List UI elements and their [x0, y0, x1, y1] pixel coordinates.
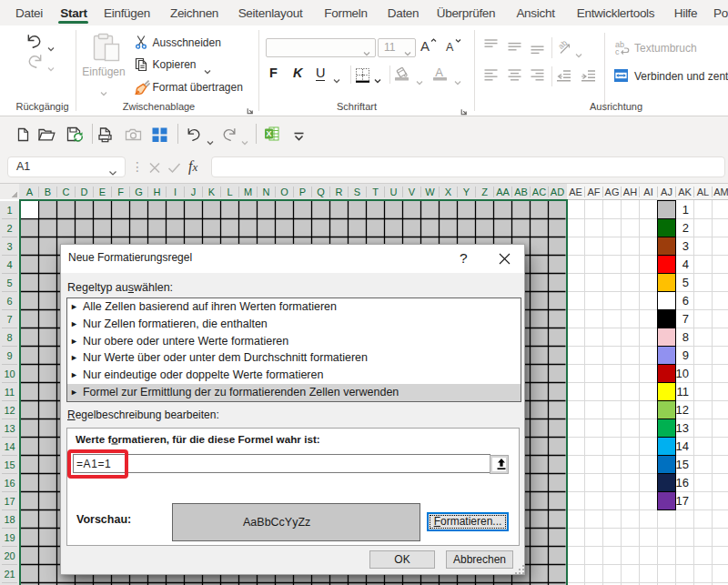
svg-text:A: A	[446, 41, 454, 53]
svg-text:11: 11	[5, 387, 15, 398]
svg-text:17: 17	[4, 496, 15, 507]
svg-text:2: 2	[6, 223, 12, 234]
svg-text:Z: Z	[481, 187, 488, 197]
svg-text:H: H	[154, 187, 161, 197]
svg-text:V: V	[409, 187, 416, 197]
svg-text:AE: AE	[569, 187, 582, 197]
svg-text:S: S	[354, 187, 360, 197]
svg-text:12: 12	[676, 403, 689, 417]
svg-text:10: 10	[4, 368, 15, 379]
svg-text:19: 19	[4, 532, 15, 543]
svg-text:5: 5	[6, 277, 12, 288]
svg-text:AD: AD	[551, 187, 564, 197]
svg-text:15: 15	[4, 459, 15, 470]
svg-text:A: A	[26, 187, 34, 197]
svg-text:c: c	[615, 47, 620, 55]
svg-text:4: 4	[682, 257, 689, 271]
svg-text:1: 1	[682, 203, 689, 217]
svg-text:T: T	[372, 187, 379, 197]
svg-text:21: 21	[4, 569, 15, 580]
svg-text:AA: AA	[496, 187, 510, 197]
svg-text:9: 9	[682, 348, 689, 362]
svg-text:R: R	[336, 187, 343, 197]
svg-text:D: D	[81, 187, 88, 197]
svg-text:X: X	[445, 187, 452, 197]
svg-text:AC: AC	[532, 187, 546, 197]
svg-text:10: 10	[676, 367, 689, 380]
svg-text:M: M	[244, 187, 252, 197]
svg-text:Y: Y	[463, 187, 470, 197]
svg-text:B: B	[45, 187, 51, 197]
svg-text:I: I	[174, 187, 177, 197]
svg-text:G: G	[135, 187, 143, 197]
svg-text:4: 4	[6, 259, 12, 270]
svg-text:3: 3	[6, 241, 12, 252]
svg-text:13: 13	[676, 421, 689, 435]
svg-text:AL: AL	[697, 187, 709, 197]
svg-text:6: 6	[6, 296, 12, 307]
svg-text:A: A	[435, 66, 443, 79]
svg-text:3: 3	[682, 239, 689, 253]
svg-text:15: 15	[676, 458, 689, 471]
svg-text:13: 13	[4, 423, 15, 434]
svg-text:14: 14	[4, 441, 15, 452]
svg-text:2: 2	[682, 221, 689, 235]
svg-text:L: L	[227, 187, 232, 197]
svg-text:AB: AB	[514, 187, 528, 197]
svg-text:7: 7	[6, 314, 12, 325]
svg-text:X: X	[267, 129, 272, 138]
svg-text:8: 8	[6, 332, 12, 343]
svg-text:14: 14	[676, 439, 689, 453]
svg-text:1: 1	[6, 205, 12, 216]
svg-text:18: 18	[4, 514, 15, 525]
svg-text:J: J	[191, 187, 197, 197]
svg-text:16: 16	[676, 476, 689, 489]
svg-text:9: 9	[6, 350, 12, 361]
svg-text:AH: AH	[623, 187, 637, 197]
svg-text:O: O	[280, 187, 288, 197]
svg-text:Q: Q	[317, 187, 325, 197]
svg-text:A: A	[420, 38, 430, 53]
svg-text:AM: AM	[713, 187, 728, 197]
svg-text:5: 5	[682, 276, 689, 289]
svg-text:AK: AK	[678, 187, 692, 197]
svg-text:F: F	[117, 187, 124, 197]
svg-text:W: W	[425, 187, 435, 197]
svg-text:20: 20	[4, 550, 15, 561]
svg-text:K: K	[208, 187, 216, 197]
svg-text:6: 6	[682, 294, 689, 308]
svg-text:E: E	[99, 187, 106, 197]
svg-text:AG: AG	[605, 187, 620, 197]
svg-text:P: P	[299, 187, 306, 197]
svg-text:C: C	[63, 187, 70, 197]
svg-text:12: 12	[4, 405, 15, 416]
svg-text:17: 17	[676, 494, 689, 508]
svg-text:8: 8	[682, 330, 689, 344]
svg-text:16: 16	[4, 478, 15, 489]
svg-text:AF: AF	[587, 187, 600, 197]
svg-text:AJ: AJ	[661, 187, 672, 197]
svg-text:AI: AI	[643, 187, 652, 197]
svg-text:11: 11	[677, 385, 690, 398]
svg-text:ab: ab	[557, 40, 569, 51]
svg-text:U: U	[390, 187, 398, 197]
svg-text:7: 7	[682, 312, 689, 326]
svg-text:N: N	[263, 187, 270, 197]
